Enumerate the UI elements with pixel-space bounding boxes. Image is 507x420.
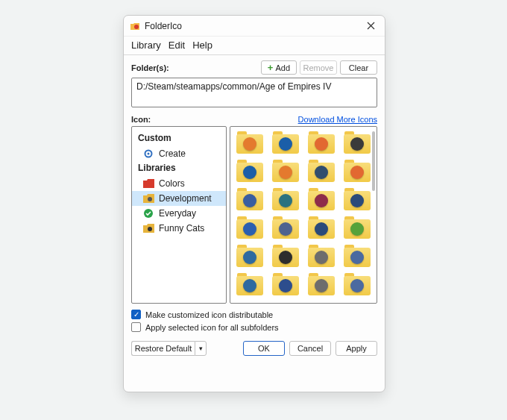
titlebar: FolderIco [124,16,385,37]
icon-grid-pane [230,126,377,304]
menu-library[interactable]: Library [131,40,161,51]
folder-icon-tile[interactable] [342,243,372,269]
icon-panes: Custom Create Libraries Colors [131,126,377,304]
download-more-icons-link[interactable]: Download More Icons [298,115,377,124]
folder-icon-tile[interactable] [306,130,336,155]
chevron-down-icon: ▾ [199,345,203,352]
folders-toolbar: Folder(s): + Add Remove Clear [131,60,377,75]
badge-icon [279,251,292,264]
plus-icon: + [268,63,274,72]
folderico-window: FolderIco Library Edit Help Folder(s): +… [123,15,385,392]
folder-icon-tile[interactable] [235,243,265,269]
folder-icon-tile[interactable] [342,187,372,212]
badge-icon [279,194,292,207]
badge-icon [279,166,292,179]
badge-icon [315,279,328,292]
folder-icon-tile[interactable] [271,187,300,212]
menu-edit[interactable]: Edit [169,40,185,51]
tree-item-development[interactable]: Development [132,191,226,206]
folder-icon-tile[interactable] [342,215,372,240]
folder-icon-tile[interactable] [235,215,265,240]
folder-icon-tile[interactable] [271,158,300,184]
icon-grid [233,130,374,297]
close-button[interactable] [359,17,382,35]
add-button[interactable]: + Add [261,60,297,75]
check-subfolders-row[interactable]: Apply selected icon for all subfolders [131,322,377,332]
app-icon [130,21,140,31]
folder-icon-tile[interactable] [306,243,336,269]
tree-item-funny-cats[interactable]: Funny Cats [132,221,226,236]
badge-icon [350,279,364,292]
gear-icon [142,148,154,159]
badge-icon [350,222,364,236]
badge-icon [243,279,256,292]
tree-item-label: Development [159,193,212,204]
tree-item-label: Colors [159,178,185,189]
folder-icon-tile[interactable] [306,187,336,212]
add-button-label: Add [275,63,290,72]
badge-icon [279,279,292,292]
ok-button[interactable]: OK [243,341,285,356]
tree-item-everyday[interactable]: Everyday [132,206,226,221]
tree-header-libraries: Libraries [132,161,226,176]
folder-icon-tile[interactable] [235,130,265,155]
folder-icon-tile[interactable] [235,158,265,184]
badge-icon [243,251,256,264]
remove-button[interactable]: Remove [300,60,337,75]
cancel-button[interactable]: Cancel [289,341,331,356]
badge-icon [315,166,328,179]
apply-button[interactable]: Apply [336,341,377,356]
svg-point-2 [148,153,150,155]
folder-icon-tile[interactable] [271,243,300,269]
icon-header-row: Icon: Download More Icons [131,115,377,124]
folder-red-icon [142,178,154,189]
menubar: Library Edit Help [124,37,385,55]
tree-item-label: Everyday [159,208,196,219]
vertical-scrollbar[interactable] [372,131,375,191]
check-distributable-row[interactable]: ✓ Make customized icon distributable [131,310,377,319]
folder-icon-tile[interactable] [306,158,336,184]
library-tree: Custom Create Libraries Colors [131,126,227,304]
folder-icon-tile[interactable] [306,215,336,240]
restore-default-dropdown[interactable]: ▾ [195,341,207,356]
folder-icon-tile[interactable] [342,158,372,184]
folder-icon-tile[interactable] [342,130,372,155]
badge-icon [279,222,292,236]
badge-icon [350,251,364,264]
svg-point-0 [134,25,139,29]
badge-icon [315,137,328,151]
folder-icon-tile[interactable] [235,272,265,297]
check-subfolders-label: Apply selected icon for all subfolders [145,323,279,332]
window-title: FolderIco [145,21,359,31]
folder-icon-tile[interactable] [342,272,372,297]
badge-icon [243,194,256,207]
content-area: Folder(s): + Add Remove Clear Icon: Down… [124,55,385,392]
badge-icon [350,166,364,179]
icon-label: Icon: [131,115,298,124]
badge-icon [315,194,328,207]
badge-icon [279,137,292,151]
check-distributable-label: Make customized icon distributable [145,310,273,319]
folders-label: Folder(s): [131,63,258,72]
tree-item-label: Create [159,148,186,159]
folder-icon-tile[interactable] [271,272,300,297]
folder-icon-tile[interactable] [271,215,300,240]
folder-icon-tile[interactable] [271,130,300,155]
badge-icon [315,251,328,264]
dialog-footer: Restore Default ▾ OK Cancel Apply [131,341,377,363]
folder-icon-tile[interactable] [306,272,336,297]
badge-icon [243,222,256,236]
tree-item-create[interactable]: Create [132,146,226,161]
folder-icon-tile[interactable] [235,187,265,212]
restore-default-split: Restore Default ▾ [131,341,207,356]
badge-icon [243,137,256,151]
svg-point-5 [148,227,152,231]
menu-help[interactable]: Help [192,40,212,51]
folders-input[interactable] [131,78,377,107]
folder-yellow-icon [142,193,154,204]
restore-default-button[interactable]: Restore Default [131,341,195,356]
badge-icon [243,166,256,179]
clear-button[interactable]: Clear [340,60,377,75]
tree-header-custom: Custom [132,131,226,146]
tree-item-colors[interactable]: Colors [132,176,226,191]
